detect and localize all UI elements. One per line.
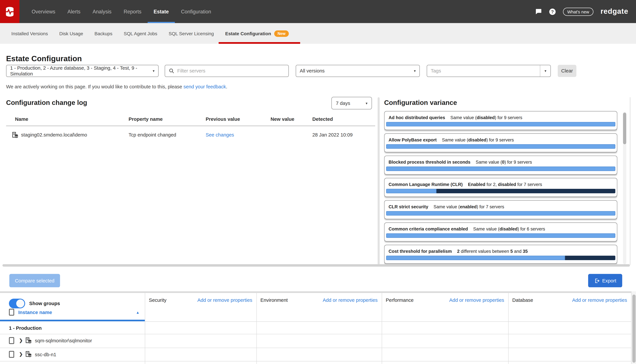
variance-scrollbar-thumb[interactable] bbox=[623, 113, 626, 144]
period-value: 7 days bbox=[336, 100, 350, 106]
svg-text:?: ? bbox=[551, 9, 554, 14]
variance-card-subtitle: Same value (disabled) for 9 servers bbox=[450, 115, 522, 120]
variance-card[interactable]: Common Language Runtime (CLR)Enabled for… bbox=[384, 178, 617, 197]
changelog-scrollbar[interactable] bbox=[378, 97, 380, 265]
filter-servers-placeholder: Filter servers bbox=[177, 68, 205, 74]
variance-bar-segment-light bbox=[386, 166, 615, 171]
nav-item-alerts[interactable]: Alerts bbox=[62, 0, 87, 23]
row-checkbox[interactable] bbox=[9, 337, 14, 344]
property-group-label: Performance bbox=[386, 298, 414, 303]
add-remove-properties-link[interactable]: Add or remove properties bbox=[197, 298, 252, 303]
filter-servers-input[interactable]: Filter servers bbox=[165, 65, 289, 77]
select-all-checkbox[interactable] bbox=[9, 309, 14, 316]
redgate-wordmark: redgate bbox=[600, 7, 628, 16]
variance-card[interactable]: Cost threshold for parallelism2 differen… bbox=[384, 245, 617, 264]
instance-name[interactable]: ssc-db-n1 bbox=[35, 352, 56, 357]
variance-bar bbox=[386, 189, 615, 193]
compare-selected-button[interactable]: Compare selected bbox=[9, 274, 60, 288]
groups-filter-value: 1 - Production, 2 - Azure database, 3 - … bbox=[10, 65, 153, 76]
help-icon[interactable]: ? bbox=[548, 8, 556, 15]
tab-sql-server-licensing[interactable]: SQL Server Licensing bbox=[163, 23, 219, 44]
show-groups-label: Show groups bbox=[29, 301, 60, 306]
property-group-security: SecurityAdd or remove properties bbox=[145, 293, 256, 320]
nav-item-overviews[interactable]: Overviews bbox=[26, 0, 61, 23]
chat-icon[interactable] bbox=[535, 8, 542, 15]
grid-top-border bbox=[0, 291, 631, 293]
sql-monitor-logo[interactable] bbox=[0, 0, 20, 23]
tab-disk-usage[interactable]: Disk Usage bbox=[54, 23, 89, 44]
nav-item-configuration[interactable]: Configuration bbox=[175, 0, 217, 23]
estate-subtabs: Installed VersionsDisk UsageBackupsSQL A… bbox=[0, 23, 636, 44]
versions-filter-value: All versions bbox=[300, 68, 325, 74]
section-right-border bbox=[630, 97, 630, 265]
changelog-col-detected: Detected bbox=[312, 116, 375, 122]
tab-estate-configuration[interactable]: Estate ConfigurationNew bbox=[219, 23, 294, 44]
instance-name[interactable]: sqm-sqlmonitor\sqlmonitor bbox=[35, 338, 92, 344]
variance-bar bbox=[386, 144, 615, 149]
clear-filters-button[interactable]: Clear bbox=[558, 65, 576, 77]
nav-item-estate[interactable]: Estate bbox=[148, 0, 175, 23]
tags-filter-input[interactable]: Tags ▾ bbox=[427, 65, 551, 77]
variance-card-list: Ad hoc distributed queriesSame value (di… bbox=[384, 111, 617, 264]
variance-card-subtitle: 2 different values between 5 and 35 bbox=[457, 249, 528, 254]
changelog-title: Configuration change log bbox=[6, 99, 87, 107]
variance-card[interactable]: Allow PolyBase exportSame value (disable… bbox=[384, 133, 617, 152]
grid-vertical-scrollbar[interactable] bbox=[631, 291, 636, 364]
add-remove-properties-link[interactable]: Add or remove properties bbox=[449, 298, 504, 303]
nav-item-analysis[interactable]: Analysis bbox=[87, 0, 117, 23]
export-button[interactable]: Export bbox=[588, 274, 622, 288]
nav-utilities: ? What's new redgate bbox=[535, 0, 636, 23]
changelog-row[interactable]: staging02.smdemo.local\demoTcp endpoint … bbox=[12, 129, 375, 141]
instance-header-underline bbox=[0, 320, 145, 321]
grid-scrollbar-thumb[interactable] bbox=[632, 294, 635, 362]
chevron-down-icon: ▾ bbox=[545, 69, 546, 73]
group-row-label: 1 - Production bbox=[9, 326, 42, 331]
variance-card-subtitle: Same value (disabled) for 6 servers bbox=[473, 226, 545, 231]
new-badge: New bbox=[274, 30, 289, 36]
expand-chevron-icon[interactable]: ❯ bbox=[19, 338, 23, 343]
variance-card-title: Cost threshold for parallelism bbox=[389, 249, 452, 254]
primary-nav: OverviewsAlertsAnalysisReportsEstateConf… bbox=[26, 0, 217, 23]
add-remove-properties-link[interactable]: Add or remove properties bbox=[572, 298, 627, 303]
variance-card[interactable]: Ad hoc distributed queriesSame value (di… bbox=[384, 111, 617, 130]
database-pulse-icon bbox=[4, 6, 16, 17]
whats-new-button[interactable]: What's new bbox=[563, 8, 594, 16]
tab-sql-agent-jobs[interactable]: SQL Agent Jobs bbox=[118, 23, 163, 44]
variance-card[interactable]: Blocked process threshold in secondsSame… bbox=[384, 156, 617, 174]
see-changes-link[interactable]: See changes bbox=[206, 132, 234, 138]
variance-bar bbox=[386, 256, 615, 260]
estate-configuration-page: OverviewsAlertsAnalysisReportsEstateConf… bbox=[0, 0, 636, 364]
search-icon bbox=[169, 68, 174, 74]
variance-card[interactable]: CLR strict securitySame value (enabled) … bbox=[384, 200, 617, 219]
variance-bar-segment-light bbox=[386, 189, 436, 193]
toggle-knob bbox=[16, 300, 24, 308]
tab-installed-versions[interactable]: Installed Versions bbox=[6, 23, 54, 44]
changelog-col-name: Name bbox=[12, 116, 129, 122]
changelog-header-row: NameProperty namePrevious valueNew value… bbox=[12, 116, 375, 122]
variance-card[interactable]: Common criteria compliance enabledSame v… bbox=[384, 222, 617, 242]
changelog-header-divider bbox=[6, 125, 375, 126]
nav-item-reports[interactable]: Reports bbox=[118, 0, 148, 23]
groups-filter-dropdown[interactable]: 1 - Production, 2 - Azure database, 3 - … bbox=[6, 65, 159, 77]
variance-scrollbar[interactable] bbox=[623, 112, 626, 264]
add-remove-properties-link[interactable]: Add or remove properties bbox=[323, 298, 378, 303]
show-groups-toggle[interactable] bbox=[9, 299, 25, 308]
variance-bar bbox=[386, 122, 615, 126]
row-checkbox[interactable] bbox=[9, 351, 14, 358]
horizontal-scrollbar[interactable] bbox=[3, 264, 630, 267]
grid-row-divider bbox=[0, 348, 631, 348]
tags-dropdown-button[interactable]: ▾ bbox=[540, 65, 550, 76]
changelog-cell-detected: 28 Jan 2022 10:09 bbox=[312, 132, 375, 138]
changelog-col-property-name: Property name bbox=[129, 116, 206, 122]
instance-name-header[interactable]: Instance name bbox=[18, 310, 52, 315]
sort-asc-icon[interactable]: ▲ bbox=[136, 310, 139, 314]
period-dropdown[interactable]: 7 days ▾ bbox=[332, 97, 372, 109]
grid-row-divider bbox=[0, 334, 631, 334]
versions-filter-dropdown[interactable]: All versions ▾ bbox=[296, 65, 420, 77]
sql-server-icon bbox=[25, 351, 32, 357]
expand-chevron-icon[interactable]: ❯ bbox=[19, 352, 23, 356]
tab-backups[interactable]: Backups bbox=[89, 23, 118, 44]
send-feedback-link[interactable]: send your feedback bbox=[183, 84, 226, 90]
property-group-environment: EnvironmentAdd or remove properties bbox=[256, 293, 382, 320]
variance-card-title: Blocked process threshold in seconds bbox=[389, 160, 470, 164]
